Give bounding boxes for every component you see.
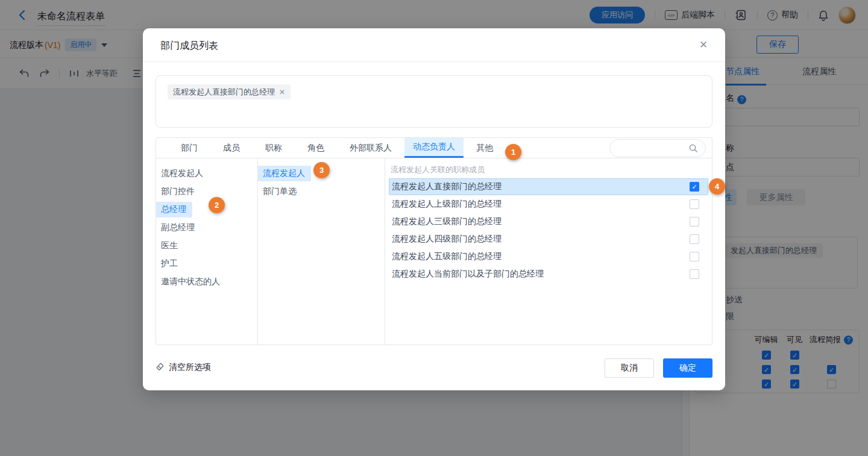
- confirm-button[interactable]: 确定: [663, 358, 712, 378]
- tab-dynamic-owner[interactable]: 动态负责人: [404, 138, 464, 158]
- search-input[interactable]: [609, 139, 706, 157]
- modal-header: 部门成员列表 ✕: [143, 28, 725, 62]
- list-item[interactable]: 邀请中状态的人: [156, 273, 257, 291]
- list-item[interactable]: 副总经理: [156, 219, 257, 237]
- dynamic-owner-category-list: 流程发起人 部门控件 总经理 副总经理 医生 护工 邀请中状态的人: [156, 158, 258, 345]
- tab-department[interactable]: 部门: [168, 138, 210, 158]
- step-badge-1: 1: [505, 144, 521, 160]
- close-icon[interactable]: ✕: [697, 39, 709, 51]
- tag-remove-icon[interactable]: ✕: [279, 88, 285, 96]
- member-picker: 部门 成员 职称 角色 外部联系人 动态负责人 其他 流程发起人 部门控件 总经…: [156, 137, 712, 345]
- option-row[interactable]: 流程发起人五级部门的总经理: [389, 248, 708, 265]
- dynamic-owner-source-list: 流程发起人 部门单选: [258, 158, 385, 345]
- selected-tag: 流程发起人直接部门的总经理 ✕: [168, 84, 291, 99]
- tab-role[interactable]: 角色: [295, 138, 337, 158]
- screen: 未命名流程表单 应用访问 </> 后端脚本 ? 帮助: [0, 0, 868, 456]
- checkbox-checked[interactable]: [690, 182, 699, 192]
- tab-jobtitle[interactable]: 职称: [253, 138, 295, 158]
- option-list-header: 流程发起人关联的职称成员: [385, 162, 712, 178]
- selected-members-box: 流程发起人直接部门的总经理 ✕: [156, 75, 712, 128]
- checkbox-unchecked[interactable]: [690, 252, 699, 261]
- step-badge-3: 3: [313, 162, 330, 178]
- option-row[interactable]: 流程发起人上级部门的总经理: [389, 196, 708, 213]
- checkbox-unchecked[interactable]: [690, 217, 699, 226]
- modal-title: 部门成员列表: [160, 40, 218, 52]
- tab-external-contact[interactable]: 外部联系人: [337, 138, 404, 158]
- search-icon: [688, 143, 698, 155]
- list-item[interactable]: 部门单选: [258, 183, 385, 201]
- list-item[interactable]: 医生: [156, 237, 257, 255]
- list-item[interactable]: 部门控件: [156, 183, 257, 201]
- option-row-selected[interactable]: 流程发起人直接部门的总经理: [389, 178, 708, 195]
- tab-member[interactable]: 成员: [210, 138, 253, 158]
- option-row[interactable]: 流程发起人三级部门的总经理: [389, 213, 708, 230]
- tab-other[interactable]: 其他: [464, 138, 506, 158]
- list-item-selected[interactable]: 总经理: [156, 201, 257, 219]
- cancel-button[interactable]: 取消: [605, 358, 654, 378]
- list-item[interactable]: 护工: [156, 255, 257, 273]
- modal-footer: 清空所选项 取消 确定: [143, 346, 725, 390]
- picker-tabs: 部门 成员 职称 角色 外部联系人 动态负责人 其他: [156, 138, 712, 158]
- step-badge-4: 4: [709, 178, 725, 195]
- checkbox-unchecked[interactable]: [690, 269, 699, 279]
- eraser-icon: [156, 362, 165, 373]
- checkbox-unchecked[interactable]: [690, 234, 699, 244]
- dynamic-owner-option-list: 流程发起人关联的职称成员 流程发起人直接部门的总经理 流程发起人上级部门的总经理…: [385, 158, 712, 345]
- department-member-modal: 部门成员列表 ✕ 流程发起人直接部门的总经理 ✕ 部门 成员 职称 角色 外部联…: [143, 28, 725, 390]
- option-row[interactable]: 流程发起人当前部门以及子部门的总经理: [389, 266, 708, 283]
- step-badge-2: 2: [209, 197, 225, 213]
- option-row[interactable]: 流程发起人四级部门的总经理: [389, 231, 708, 248]
- checkbox-unchecked[interactable]: [690, 199, 699, 209]
- clear-selection-button[interactable]: 清空所选项: [156, 362, 211, 373]
- list-item[interactable]: 流程发起人: [156, 164, 257, 183]
